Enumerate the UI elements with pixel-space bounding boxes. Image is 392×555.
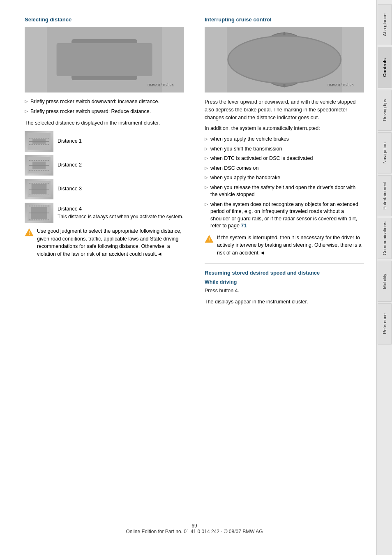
section-divider [205, 263, 364, 264]
distance-item-2: Distance 2 [25, 155, 184, 176]
interruption-item-5: ▷ when you apply the handbrake [205, 174, 364, 182]
distance-3-label: Distance 3 [58, 185, 82, 193]
resuming-section-title: Resuming stored desired speed and distan… [205, 270, 364, 276]
bullet-text-2: Briefly press rocker switch upward: Redu… [30, 108, 151, 116]
interruption-item-2: ▷ when you shift the transmission [205, 146, 364, 153]
interruption-text-7: when the system does not recognize any o… [210, 201, 364, 230]
svg-rect-1 [71, 39, 137, 80]
warning-triangle-icon-right: ! [205, 234, 214, 243]
interruption-text-5: when you apply the handbrake [210, 174, 280, 182]
page-link-71[interactable]: 71 [241, 223, 247, 229]
arrow-icon-int-4: ▷ [205, 165, 208, 171]
arrow-icon-2: ▷ [25, 109, 28, 114]
right-warning-box: ! If the system is interrupted, then it … [205, 234, 364, 257]
tab-driving-tips[interactable]: Driving tips [378, 90, 392, 131]
bullet-text-1: Briefly press rocker switch downward: In… [30, 98, 159, 106]
distance-4-label: Distance 4 This distance is always set w… [58, 206, 183, 220]
distance-items-list: Distance 1 [25, 131, 184, 223]
svg-rect-6 [71, 53, 92, 66]
tab-navigation[interactable]: Navigation [378, 132, 392, 173]
svg-text:!: ! [28, 230, 30, 236]
distance-img-1 [25, 131, 53, 152]
distance-display-text: The selected distance is displayed in th… [25, 119, 184, 127]
tab-reference[interactable]: Reference [378, 303, 392, 345]
tab-at-a-glance[interactable]: At a glance [378, 4, 392, 45]
svg-rect-40 [309, 62, 312, 64]
svg-rect-5 [117, 53, 137, 66]
interruption-text-2: when you shift the transmission [210, 146, 282, 153]
resuming-body-1: Press button 4. [205, 287, 364, 295]
svg-rect-39 [309, 58, 312, 60]
svg-rect-0 [47, 27, 162, 92]
page-number: 69 [191, 523, 197, 529]
svg-point-4 [96, 53, 113, 66]
interruption-item-1: ▷ when you apply the vehicle brakes [205, 136, 364, 143]
right-body-text-2: In addition, the system is automatically… [205, 125, 364, 132]
right-section-title: Interrupting cruise control [205, 16, 364, 23]
arrow-icon-int-3: ▷ [205, 155, 208, 161]
svg-rect-17 [32, 162, 46, 169]
warning-triangle-icon: ! [25, 228, 34, 237]
svg-rect-27 [31, 207, 47, 219]
svg-rect-2 [80, 45, 129, 74]
distance-img-2 [25, 155, 53, 176]
sidebar-tabs: At a glance Controls Driving tips Naviga… [376, 0, 392, 555]
left-warning-box: ! Use good judgment to select the approp… [25, 227, 184, 258]
arrow-icon-int-5: ▷ [205, 175, 208, 180]
bullet-item-2: ▷ Briefly press rocker switch upward: Re… [25, 108, 184, 116]
svg-rect-22 [32, 184, 47, 194]
svg-text:BMW01/0C/09b: BMW01/0C/09b [327, 83, 354, 87]
interruption-item-7: ▷ when the system does not recognize any… [205, 201, 364, 230]
arrow-icon-1: ▷ [25, 99, 28, 104]
svg-point-32 [274, 49, 295, 70]
footer-text: Online Edition for Part no. 01 41 0 014 … [126, 529, 263, 534]
svg-rect-30 [227, 27, 342, 92]
distance-item-3: Distance 3 [25, 179, 184, 199]
distance-img-3 [25, 179, 53, 199]
right-warning-text: If the system is interrupted, then it is… [217, 234, 364, 257]
distance-1-label: Distance 1 [58, 138, 82, 145]
interruption-item-6: ▷ when you release the safety belt and o… [205, 184, 364, 199]
arrow-icon-int-6: ▷ [205, 185, 208, 190]
distance-item-4: Distance 4 This distance is always set w… [25, 203, 184, 223]
svg-rect-12 [32, 139, 46, 143]
svg-text:BMW01/0C/09a: BMW01/0C/09a [148, 83, 174, 87]
selecting-distance-image: BMW01/0C/09a [25, 27, 184, 92]
svg-point-3 [92, 49, 117, 70]
interruption-text-1: when you apply the vehicle brakes [210, 136, 289, 143]
bullet-list-distance: ▷ Briefly press rocker switch downward: … [25, 98, 184, 115]
distance-item-1: Distance 1 [25, 131, 184, 152]
right-body-text-1: Press the lever upward or downward, and … [205, 98, 364, 121]
arrow-icon-int-2: ▷ [205, 146, 208, 152]
svg-rect-38 [309, 53, 312, 56]
interruption-item-3: ▷ when DTC is activated or DSC is deacti… [205, 155, 364, 162]
while-driving-title: While driving [205, 279, 364, 285]
left-column: Selecting distance [25, 16, 188, 515]
tab-controls[interactable]: Controls [378, 47, 392, 88]
svg-rect-37 [307, 49, 327, 70]
arrow-icon-int-1: ▷ [205, 136, 208, 142]
svg-text:!: ! [208, 236, 210, 243]
interruption-text-6: when you release the safety belt and ope… [210, 184, 364, 199]
left-warning-text: Use good judgment to select the appropri… [37, 227, 184, 258]
tab-entertainment[interactable]: Entertainment [378, 175, 392, 216]
tab-communications[interactable]: Communications [378, 218, 392, 259]
arrow-icon-int-7: ▷ [205, 201, 208, 207]
interruption-text-3: when DTC is activated or DSC is deactiva… [210, 155, 313, 162]
distance-2-label: Distance 2 [58, 162, 82, 169]
page-footer: 69 Online Edition for Part no. 01 41 0 0… [25, 515, 364, 539]
interruption-text-4: when DSC comes on [210, 165, 258, 172]
distance-img-4 [25, 203, 53, 223]
interrupting-cruise-image: BMW01/0C/09b [205, 27, 364, 92]
resuming-body-2: The displays appear in the instrument cl… [205, 298, 364, 306]
bullet-item-1: ▷ Briefly press rocker switch downward: … [25, 98, 184, 106]
right-column: Interrupting cruise control [201, 16, 364, 515]
tab-mobility[interactable]: Mobility [378, 261, 392, 302]
svg-point-31 [258, 33, 311, 86]
left-section-title: Selecting distance [25, 16, 184, 23]
interruption-bullet-list: ▷ when you apply the vehicle brakes ▷ wh… [205, 136, 364, 230]
interruption-item-4: ▷ when DSC comes on [205, 165, 364, 172]
